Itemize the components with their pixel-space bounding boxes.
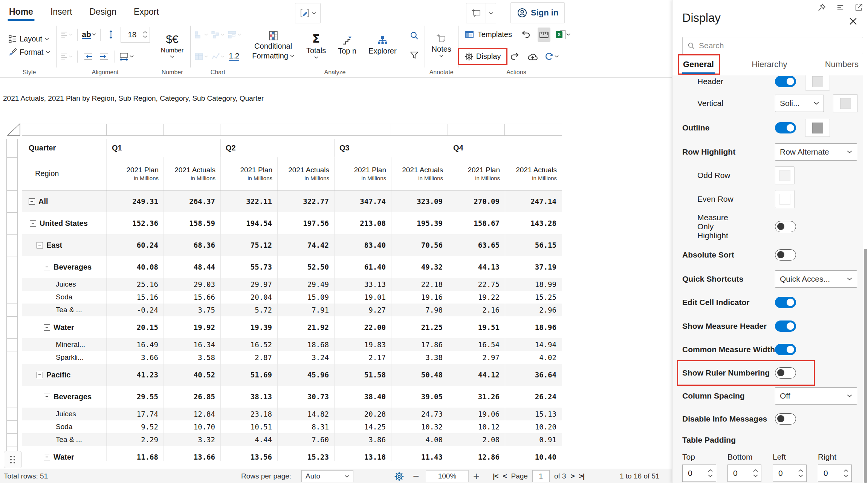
value-cell[interactable]: 2.96	[505, 304, 562, 316]
row-label-cell[interactable]: Juices	[22, 278, 107, 291]
value-cell[interactable]: 2.97	[448, 351, 505, 364]
value-cell[interactable]: 11.43	[391, 446, 448, 461]
value-cell[interactable]: 29.03	[164, 278, 221, 291]
value-cell[interactable]: 14.82	[278, 408, 335, 420]
row-dimension-header[interactable]: Region	[22, 157, 107, 190]
measure-header[interactable]: 2021 Actualsin Millions	[505, 157, 562, 190]
value-cell[interactable]: 20.28	[335, 408, 391, 420]
value-cell[interactable]: 12.86	[448, 446, 505, 461]
toggle-edit-cell-indicator[interactable]	[775, 297, 796, 308]
value-cell[interactable]: 63.65	[448, 234, 505, 256]
measure-header[interactable]: 2021 Planin Millions	[448, 157, 505, 190]
value-cell[interactable]: 213.08	[335, 212, 391, 234]
value-cell[interactable]: 49.32	[391, 256, 448, 278]
value-cell[interactable]: 21.92	[278, 316, 335, 338]
grid-settings-button[interactable]	[394, 469, 404, 483]
row-ruler-cell[interactable]	[7, 339, 17, 351]
value-cell[interactable]: 9.52	[107, 420, 164, 433]
collapse-row-icon[interactable]	[44, 454, 50, 460]
row-label-cell[interactable]: Tea & ...	[22, 433, 107, 446]
value-cell[interactable]: 0.91	[505, 433, 562, 446]
toggle-show-measure-header[interactable]	[775, 320, 796, 332]
panel-tab-general[interactable]: General	[682, 57, 715, 73]
value-cell[interactable]: 51.69	[221, 364, 278, 386]
row-label-cell[interactable]: Mineral...	[22, 338, 107, 351]
panel-scrollbar[interactable]	[864, 249, 867, 483]
select-column-spacing[interactable]: Off	[775, 387, 857, 405]
row-ruler-cell[interactable]	[7, 421, 17, 434]
layout-button[interactable]: Layout	[6, 34, 52, 44]
row-label-cell[interactable]: Beverages	[22, 386, 107, 408]
row-ruler-cell[interactable]	[7, 139, 17, 158]
value-cell[interactable]: 41.23	[107, 364, 164, 386]
refresh-button[interactable]	[544, 49, 559, 64]
value-cell[interactable]: 247.14	[505, 190, 562, 212]
value-cell[interactable]: 40.08	[107, 256, 164, 278]
value-cell[interactable]: 52.50	[278, 256, 335, 278]
popout-panel-icon[interactable]	[854, 3, 863, 12]
value-cell[interactable]: 30.73	[278, 386, 335, 408]
row-ruler-cell[interactable]	[7, 291, 17, 304]
value-cell[interactable]: 197.56	[278, 212, 335, 234]
value-cell[interactable]: 322.11	[221, 190, 278, 212]
value-cell[interactable]: 74.42	[278, 234, 335, 256]
display-button[interactable]: Display	[462, 51, 503, 62]
totals-button[interactable]: Σ Totals	[303, 32, 329, 59]
value-cell[interactable]: 8.31	[278, 420, 335, 433]
column-ruler[interactable]	[22, 124, 562, 136]
value-cell[interactable]: 33.13	[335, 278, 391, 291]
value-cell[interactable]: 19.83	[335, 338, 391, 351]
value-cell[interactable]: 44.12	[448, 364, 505, 386]
row-label-cell[interactable]: Soda	[22, 291, 107, 304]
export-excel-button[interactable]: X	[556, 28, 570, 42]
value-cell[interactable]: 10.12	[448, 420, 505, 433]
value-cell[interactable]: 20.15	[107, 316, 164, 338]
value-cell[interactable]: 9.27	[335, 304, 391, 316]
value-cell[interactable]: 2.08	[448, 433, 505, 446]
stepper-arrows[interactable]	[753, 469, 758, 477]
stepper-arrows[interactable]	[708, 469, 713, 477]
value-cell[interactable]: 25.16	[107, 278, 164, 291]
value-cell[interactable]: 60.24	[107, 234, 164, 256]
value-cell[interactable]: 22.00	[335, 316, 391, 338]
value-cell[interactable]: 143.28	[505, 212, 562, 234]
toggle-show-ruler-numbering[interactable]	[775, 367, 796, 379]
value-cell[interactable]: 45.96	[278, 364, 335, 386]
row-ruler-cell[interactable]	[7, 317, 17, 339]
value-cell[interactable]: 38.40	[335, 386, 391, 408]
search-button[interactable]	[408, 29, 421, 43]
undo-button[interactable]	[520, 28, 532, 42]
value-cell[interactable]: 18.96	[505, 316, 562, 338]
value-cell[interactable]: 15.66	[164, 291, 221, 304]
toggle-header[interactable]	[775, 76, 796, 87]
padding-stepper-top[interactable]: 0	[682, 465, 716, 482]
collapse-row-icon[interactable]	[30, 220, 36, 227]
row-ruler-cell[interactable]	[7, 235, 17, 256]
select-quick-shortcuts[interactable]: Quick Acces...	[775, 270, 857, 288]
value-cell[interactable]: 3.75	[164, 304, 221, 316]
value-cell[interactable]: 70.56	[391, 234, 448, 256]
value-cell[interactable]: 2.17	[335, 351, 391, 364]
edit-mode-button[interactable]	[295, 3, 321, 23]
first-page-button[interactable]: |<	[493, 472, 498, 480]
color-swatch-header[interactable]	[805, 75, 830, 90]
tree-chart-button[interactable]	[211, 28, 225, 42]
measure-header[interactable]: 2021 Actualsin Millions	[391, 157, 448, 190]
stepper-arrows[interactable]	[798, 469, 803, 477]
value-cell[interactable]: 14.94	[505, 338, 562, 351]
collapse-row-icon[interactable]	[37, 372, 43, 378]
font-size-input[interactable]: 18	[121, 27, 150, 43]
value-cell[interactable]: 56.15	[505, 234, 562, 256]
value-cell[interactable]: 3.32	[164, 433, 221, 446]
value-cell[interactable]: 19.01	[335, 291, 391, 304]
collapse-row-icon[interactable]	[44, 394, 50, 400]
color-swatch-odd-row[interactable]	[775, 166, 795, 184]
value-cell[interactable]: 3.58	[164, 351, 221, 364]
font-size-stepper[interactable]	[143, 31, 147, 38]
value-cell[interactable]: 16.34	[164, 338, 221, 351]
value-cell[interactable]: 10.70	[164, 420, 221, 433]
value-cell[interactable]: 50.48	[391, 364, 448, 386]
value-cell[interactable]: 195.39	[391, 212, 448, 234]
row-ruler-cell[interactable]	[7, 364, 17, 386]
row-ruler-cell[interactable]	[7, 158, 17, 191]
